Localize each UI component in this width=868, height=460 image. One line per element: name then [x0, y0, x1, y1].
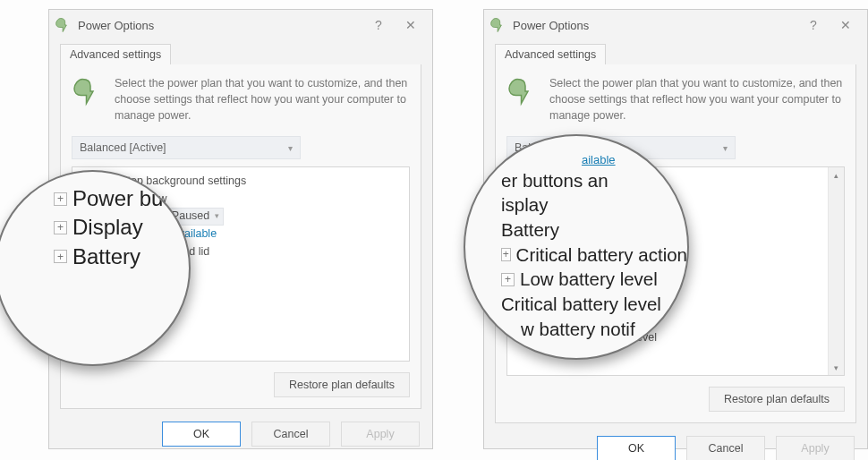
apply-button: Apply [776, 436, 855, 460]
chevron-down-icon: ▾ [215, 210, 219, 223]
cancel-button[interactable]: Cancel [251, 422, 330, 447]
close-button[interactable]: ✕ [830, 13, 862, 38]
dialog-title: Power Options [78, 19, 154, 32]
ok-button[interactable]: OK [597, 436, 676, 460]
scroll-up-icon[interactable]: ▴ [829, 167, 844, 183]
power-options-icon [55, 16, 72, 34]
titlebar[interactable]: Power Options ? ✕ [484, 10, 867, 40]
power-plan-icon [506, 75, 539, 124]
tree-scrollbar[interactable]: ▴ ▾ [828, 167, 844, 375]
cancel-button[interactable]: Cancel [686, 436, 765, 460]
tab-advanced-settings[interactable]: Advanced settings [495, 44, 606, 64]
expand-icon: + [501, 248, 511, 261]
restore-defaults-button[interactable]: Restore plan defaults [709, 387, 845, 412]
plugged-in-value: ailable [582, 152, 616, 168]
power-options-icon [489, 16, 507, 34]
expand-icon: + [54, 221, 67, 234]
ok-button[interactable]: OK [162, 422, 241, 447]
expand-icon: + [54, 192, 67, 206]
help-button[interactable]: ? [797, 13, 830, 38]
dialog-title: Power Options [513, 19, 589, 32]
magnifier-left: +Power but +Display +Battery [0, 170, 191, 366]
chevron-down-icon: ▾ [723, 143, 728, 153]
chevron-down-icon: ▾ [288, 143, 293, 153]
scroll-down-icon[interactable]: ▾ [829, 360, 844, 375]
plan-selected: Balanced [Active] [80, 141, 166, 154]
apply-button: Apply [341, 422, 420, 447]
expand-icon: + [54, 250, 67, 263]
plan-selector[interactable]: Balanced [Active] ▾ [72, 136, 301, 159]
help-button[interactable]: ? [362, 13, 395, 38]
expand-icon: + [501, 273, 515, 286]
restore-defaults-button[interactable]: Restore plan defaults [274, 372, 410, 397]
tab-advanced-settings[interactable]: Advanced settings [60, 44, 171, 64]
intro-text: Select the power plan that you want to c… [549, 75, 845, 124]
close-button[interactable]: ✕ [395, 13, 427, 38]
magnifier-right: ailable er buttons an isplay Battery +Cr… [464, 134, 689, 360]
titlebar[interactable]: Power Options ? ✕ [49, 10, 432, 40]
intro-text: Select the power plan that you want to c… [115, 75, 410, 124]
power-plan-icon [72, 75, 104, 124]
